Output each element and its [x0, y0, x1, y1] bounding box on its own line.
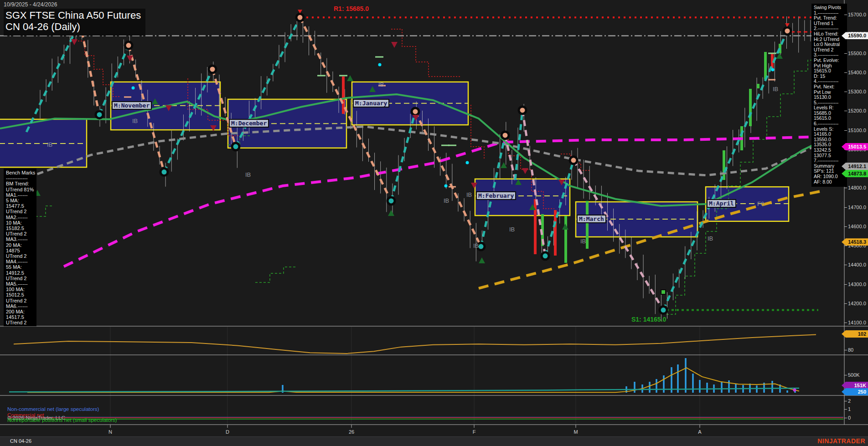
swing-low-circle: [160, 169, 168, 176]
bench-line: UTrend 2: [6, 276, 34, 281]
price-tick: [844, 284, 847, 285]
pivot-line: AF: 8.00: [814, 179, 845, 185]
price-marker: 15013.5: [842, 143, 868, 150]
price-tick: [844, 323, 847, 323]
zigzag-down-segment: [415, 112, 481, 246]
bench-line: 15012.5: [6, 292, 34, 297]
time-tick-label: A: [696, 429, 703, 435]
bench-line: UTrend 2: [6, 231, 34, 236]
buy-triangle-icon: [562, 224, 568, 230]
buy-triangle-icon: [347, 75, 353, 81]
bench-line: UTrend 2: [6, 209, 34, 214]
bench-line: MA4.------: [6, 259, 34, 264]
month-label: M:March: [577, 215, 606, 223]
price-marker: 14873.8: [842, 170, 868, 177]
month-label: M:December: [229, 119, 269, 128]
title-line1: SGX FTSE China A50 Futures: [5, 10, 141, 21]
price-tick: [844, 350, 847, 350]
price-tick-label: 14800.0: [848, 185, 866, 190]
ma-55-gray-dashed: [27, 127, 821, 178]
s1-label: S1: 14165.0: [631, 316, 666, 323]
panel3-teal-line: [9, 388, 799, 392]
f0-label: F0: [757, 200, 764, 207]
tab-cn-04-26[interactable]: CN 04-26: [10, 438, 31, 444]
sell-triangle-icon: [522, 168, 528, 174]
price-marker: 250: [842, 388, 868, 395]
time-tick-label: 26: [348, 429, 355, 435]
swing-high-circle: [570, 157, 577, 164]
month-label: M:April: [707, 199, 736, 208]
price-tick: [844, 92, 847, 92]
bench-line: 20 MA:: [6, 242, 34, 248]
ib-label: IB: [47, 141, 52, 148]
bench-line: 100 MA:: [6, 287, 34, 292]
salmon-dash-icon: [449, 186, 456, 188]
bench-line: MA3.------: [6, 236, 34, 242]
price-tick-label: 14700.0: [848, 205, 866, 210]
price-marker: 14518.3: [842, 238, 868, 246]
bench-line: UTrend 81%: [6, 187, 34, 192]
price-tick-label: 15200.0: [848, 108, 866, 113]
price-tick-label: 14600.0: [848, 224, 866, 229]
ib-label: IB: [473, 242, 479, 249]
price-tick: [844, 15, 847, 15]
candle-body: [564, 216, 567, 263]
tab-bar: CN 04-26 NINJATRADER: [0, 436, 868, 446]
price-tick-label: 14100.0: [848, 320, 866, 325]
ib-label: IB: [132, 118, 138, 124]
bench-line: 55 MA:: [6, 264, 34, 270]
pivot-line: 15615.0: [814, 68, 845, 74]
price-tick: [844, 130, 847, 131]
swing-low-circle: [232, 143, 239, 150]
green-dash-icon: [448, 145, 456, 146]
salmon-dash-icon: [124, 97, 131, 98]
swing-high-circle: [125, 42, 132, 49]
price-tick-label: 15500.0: [848, 51, 866, 56]
cot-legend-item: Non-commercial net (large speculators): [7, 406, 99, 412]
candle-body: [723, 150, 725, 180]
swing-high-circle: [784, 27, 791, 35]
price-tick: [844, 401, 847, 401]
green-dash-icon: [768, 53, 776, 54]
swing-high-circle: [501, 132, 509, 139]
time-tick-label: F: [470, 429, 478, 435]
zigzag-up-segment: [26, 22, 80, 132]
panel-tick-label: 0: [848, 415, 851, 420]
ninjatrader-logo: NINJATRADER: [817, 437, 865, 445]
panel-tick-label: 500K: [848, 372, 860, 378]
pivot-line: AR: 1090.0: [814, 174, 845, 179]
time-tick-label: N: [107, 429, 114, 435]
panel-tick-label: 2: [848, 398, 851, 404]
bench-line: 15477.5: [6, 203, 34, 209]
bench-line: 15182.5: [6, 226, 34, 231]
swing-high-circle: [412, 108, 419, 115]
ib-label: IB: [378, 81, 384, 88]
month-label: M:February: [476, 191, 516, 200]
price-tick-label: 14400.0: [848, 262, 866, 267]
cyan-dot-icon: [771, 68, 775, 72]
pivot-line: HiLo Trend:: [814, 31, 845, 37]
ib-label: IB: [580, 238, 586, 245]
title-line2: CN 04-26 (Daily): [5, 21, 141, 32]
buy-triangle-icon: [776, 53, 783, 59]
price-tick-label: 14200.0: [848, 301, 866, 306]
price-tick: [844, 111, 847, 111]
ib-label: IB: [708, 235, 713, 242]
bench-line: MA2.------: [6, 215, 34, 220]
bench-line: MA6.------: [6, 303, 34, 309]
price-tick: [844, 226, 847, 227]
bench-line: UTrend 2: [6, 320, 34, 325]
month-label: M:January: [353, 99, 389, 108]
price-tick: [844, 53, 847, 54]
pivot-line: Pvt. Evolve:: [814, 58, 845, 63]
bench-line: MA5.------: [6, 281, 34, 287]
price-tick-label: 15100.0: [848, 128, 866, 133]
pivot-arrow-icon: [785, 23, 790, 27]
price-tick-label: 15700.0: [848, 12, 866, 17]
pivot-line: Swing Pivots: [814, 5, 845, 10]
price-chart-canvas[interactable]: IBIBIBIBIBIBIBIBIBIBIBF0R1: 15685.0S1: 1…: [0, 0, 868, 446]
price-tick-label: 14300.0: [848, 282, 866, 287]
trailing-stop-green: [36, 206, 52, 216]
ib-label: IB: [245, 171, 251, 178]
month-label: M:November: [112, 101, 152, 110]
